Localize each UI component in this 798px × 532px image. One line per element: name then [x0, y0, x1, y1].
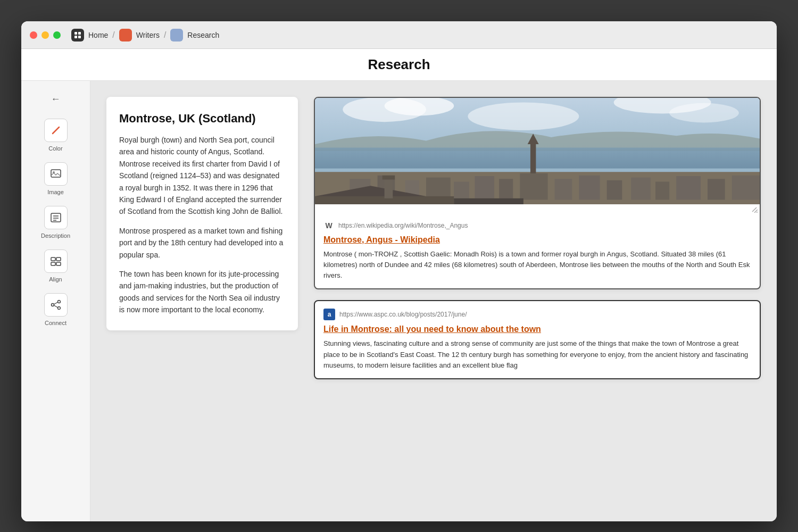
research-icon[interactable]: [170, 29, 183, 41]
svg-rect-40: [607, 180, 622, 200]
breadcrumb: Home / Writers / Research: [71, 29, 219, 41]
svg-rect-34: [454, 181, 469, 200]
svg-rect-38: [555, 179, 572, 200]
connect-icon: [50, 299, 62, 311]
svg-line-18: [54, 302, 57, 304]
wikipedia-result-card: W https://en.wikipedia.org/wiki/Montrose…: [314, 97, 761, 289]
svg-rect-44: [708, 179, 725, 200]
color-icon-container: [44, 119, 68, 142]
text-card-title: Montrose, UK (Scotland): [119, 112, 285, 126]
wikipedia-url: https://en.wikipedia.org/wiki/Montrose,_…: [338, 222, 468, 229]
svg-line-19: [54, 305, 57, 307]
resize-icon: [751, 206, 758, 213]
svg-rect-12: [56, 257, 61, 261]
svg-point-17: [57, 307, 60, 310]
wikipedia-snippet: Montrose ( mon-TROHZ , Scottish Gaelic: …: [323, 249, 751, 281]
svg-rect-36: [499, 179, 513, 200]
svg-rect-3: [78, 36, 81, 38]
connect-icon-container: [44, 293, 68, 317]
resize-handle[interactable]: [315, 204, 760, 213]
svg-rect-50: [383, 176, 395, 180]
aspc-icon: a: [323, 309, 335, 320]
svg-rect-45: [732, 176, 760, 200]
aspc-result-card: a https://www.aspc.co.uk/blog/posts/2017…: [314, 300, 761, 379]
align-icon: [50, 255, 62, 267]
writers-label[interactable]: Writers: [136, 31, 160, 39]
back-button[interactable]: ←: [21, 89, 90, 113]
home-icon[interactable]: [71, 29, 84, 41]
aspc-snippet: Stunning views, fascinating culture and …: [323, 338, 751, 370]
svg-rect-5: [51, 170, 61, 177]
wikipedia-source: W https://en.wikipedia.org/wiki/Montrose…: [323, 220, 751, 231]
research-breadcrumb-label[interactable]: Research: [187, 31, 219, 39]
home-label[interactable]: Home: [88, 31, 108, 39]
text-para-3: The town has been known for its jute-pro…: [119, 268, 285, 316]
color-label: Color: [48, 145, 62, 152]
wikipedia-title[interactable]: Montrose, Angus - Wikipedia: [323, 235, 751, 245]
svg-rect-13: [51, 262, 55, 265]
svg-rect-35: [475, 176, 494, 200]
content-area: Montrose, UK (Scotland) Royal burgh (tow…: [90, 81, 777, 521]
text-para-2: Montrose prospered as a market town and …: [119, 225, 285, 261]
connect-label: Connect: [45, 320, 66, 326]
montrose-image: [315, 98, 760, 204]
image-icon: [50, 168, 62, 180]
sidebar-item-description[interactable]: Description: [21, 201, 90, 244]
svg-line-4: [53, 127, 59, 134]
align-label: Align: [49, 276, 62, 282]
writers-icon[interactable]: [119, 29, 132, 41]
svg-rect-26: [315, 147, 760, 168]
image-label: Image: [47, 189, 64, 195]
svg-rect-14: [56, 262, 61, 265]
description-icon-container: [44, 206, 68, 229]
svg-rect-28: [530, 140, 536, 175]
traffic-lights: [30, 31, 61, 39]
image-icon-container: [44, 162, 68, 186]
svg-rect-49: [385, 178, 393, 198]
color-icon: [50, 124, 62, 136]
aspc-card-body: a https://www.aspc.co.uk/blog/posts/2017…: [315, 301, 760, 378]
sidebar-item-image[interactable]: Image: [21, 157, 90, 201]
aspc-source: a https://www.aspc.co.uk/blog/posts/2017…: [323, 309, 751, 320]
svg-point-23: [468, 103, 579, 130]
description-icon: [50, 212, 62, 223]
description-label: Description: [41, 232, 70, 239]
page-header: Research: [21, 49, 777, 81]
sidebar: ← Color Image: [21, 81, 90, 521]
aspc-url: https://www.aspc.co.uk/blog/posts/2017/j…: [339, 311, 467, 318]
svg-rect-2: [74, 36, 77, 38]
main-area: ← Color Image: [21, 81, 777, 521]
svg-point-25: [669, 103, 739, 123]
sep-1: /: [112, 30, 114, 40]
sidebar-item-align[interactable]: Align: [21, 244, 90, 288]
svg-rect-42: [655, 181, 669, 200]
svg-rect-0: [74, 32, 77, 35]
svg-rect-43: [676, 176, 701, 200]
svg-rect-1: [78, 32, 81, 35]
page-title: Research: [368, 56, 430, 73]
svg-rect-39: [579, 176, 600, 200]
app-window: Home / Writers / Research Research ← Col…: [21, 21, 777, 521]
align-icon-container: [44, 250, 68, 273]
close-button[interactable]: [30, 31, 37, 39]
montrose-skyline-svg: [315, 98, 760, 204]
text-para-1: Royal burgh (town) and North Sea port, c…: [119, 134, 285, 218]
sep-2: /: [164, 30, 166, 40]
titlebar: Home / Writers / Research: [21, 21, 777, 49]
minimize-button[interactable]: [41, 31, 49, 39]
svg-point-16: [57, 301, 60, 303]
right-column: W https://en.wikipedia.org/wiki/Montrose…: [314, 97, 761, 379]
text-card: Montrose, UK (Scotland) Royal burgh (tow…: [106, 97, 298, 330]
svg-point-15: [51, 304, 54, 306]
svg-rect-48: [454, 198, 523, 204]
aspc-title[interactable]: Life in Montrose: all you need to know a…: [323, 325, 751, 334]
svg-rect-41: [631, 178, 651, 200]
wikipedia-card-body: W https://en.wikipedia.org/wiki/Montrose…: [315, 213, 760, 288]
wikipedia-icon: W: [323, 220, 334, 231]
maximize-button[interactable]: [53, 31, 61, 39]
svg-rect-37: [520, 173, 547, 200]
svg-rect-11: [51, 257, 55, 261]
sidebar-item-connect[interactable]: Connect: [21, 288, 90, 331]
sidebar-item-color[interactable]: Color: [21, 113, 90, 157]
